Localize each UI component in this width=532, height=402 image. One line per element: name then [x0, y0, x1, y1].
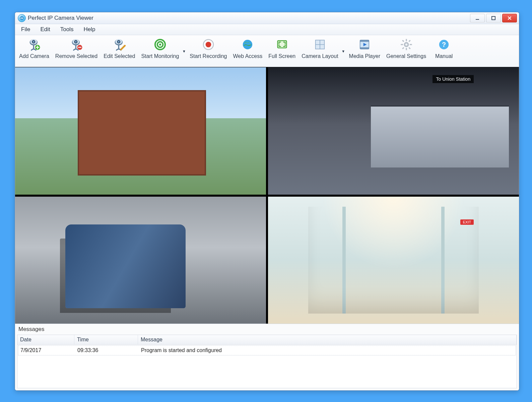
svg-rect-29 — [360, 40, 369, 42]
col-message[interactable]: Message — [138, 335, 517, 344]
svg-rect-30 — [360, 47, 369, 49]
svg-rect-15 — [78, 47, 81, 48]
svg-point-2 — [21, 18, 22, 19]
svg-point-13 — [75, 41, 77, 43]
grid-icon — [313, 38, 327, 53]
svg-rect-36 — [401, 44, 403, 45]
gear-icon — [400, 38, 413, 53]
toolbar-label: Full Screen — [268, 53, 295, 59]
toolbar-label: Camera Layout — [302, 53, 338, 59]
svg-rect-4 — [492, 16, 495, 20]
svg-rect-41 — [408, 47, 410, 49]
svg-point-24 — [206, 42, 211, 47]
col-date[interactable]: Date — [17, 335, 74, 344]
camera-grid — [15, 67, 519, 324]
svg-rect-40 — [402, 47, 404, 49]
general-settings-button[interactable]: General Settings — [384, 37, 429, 65]
svg-point-8 — [33, 41, 35, 43]
window-title: Perfect IP Camera Viewer — [28, 15, 93, 21]
webcam-remove-icon — [70, 38, 83, 53]
fullscreen-icon — [275, 38, 289, 53]
menubar: File Edit Tools Help — [15, 24, 519, 35]
toolbar-label: Media Player — [349, 53, 380, 59]
camera-layout-dropdown[interactable]: ▼ — [341, 37, 346, 65]
col-time[interactable]: Time — [74, 335, 138, 344]
toolbar: Add Camera Remove Selected — [15, 35, 519, 67]
add-camera-button[interactable]: Add Camera — [16, 37, 52, 65]
start-recording-button[interactable]: Start Recording — [187, 37, 229, 65]
cell-time: 09:33:36 — [75, 346, 139, 355]
globe-icon — [241, 38, 254, 53]
messages-table: Date Time Message 7/9/2017 09:33:36 Prog… — [17, 335, 517, 388]
edit-selected-button[interactable]: Edit Selected — [101, 37, 138, 65]
svg-rect-39 — [408, 40, 410, 42]
cell-message: Program is started and configured — [139, 346, 516, 355]
full-screen-button[interactable]: Full Screen — [266, 37, 298, 65]
svg-rect-3 — [476, 19, 479, 20]
menu-tools[interactable]: Tools — [57, 25, 77, 34]
help-icon: ? — [437, 38, 451, 53]
window-maximize-button[interactable] — [486, 14, 501, 22]
svg-point-25 — [243, 40, 252, 49]
window-minimize-button[interactable] — [470, 14, 485, 22]
app-icon — [18, 14, 26, 22]
toolbar-label: Start Recording — [190, 53, 227, 59]
chevron-down-icon: ▼ — [341, 49, 345, 53]
menu-file[interactable]: File — [18, 25, 34, 34]
svg-rect-38 — [402, 40, 404, 42]
camera-layout-button[interactable]: Camera Layout — [299, 37, 341, 65]
chevron-down-icon: ▼ — [182, 49, 186, 53]
svg-rect-34 — [406, 39, 407, 41]
toolbar-label: Web Access — [233, 53, 263, 59]
toolbar-label: Manual — [435, 53, 453, 59]
toolbar-label: Remove Selected — [55, 53, 97, 59]
cell-date: 7/9/2017 — [18, 346, 75, 355]
messages-header-row: Date Time Message — [17, 335, 517, 345]
svg-rect-37 — [410, 44, 412, 45]
webcam-edit-icon — [113, 38, 126, 53]
svg-rect-35 — [406, 48, 407, 50]
toolbar-label: Edit Selected — [104, 53, 135, 59]
camera-feed-4[interactable] — [268, 197, 519, 324]
media-player-button[interactable]: Media Player — [346, 37, 383, 65]
app-window: Perfect IP Camera Viewer File Edit Tools… — [15, 12, 519, 391]
svg-text:?: ? — [442, 41, 446, 48]
camera-feed-2[interactable] — [268, 67, 519, 195]
start-monitoring-dropdown[interactable]: ▼ — [182, 37, 186, 65]
target-icon — [153, 38, 167, 53]
toolbar-label: Start Monitoring — [141, 53, 179, 59]
camera-feed-1[interactable] — [15, 67, 266, 195]
messages-title: Messages — [17, 324, 517, 335]
menu-help[interactable]: Help — [80, 25, 98, 34]
messages-pane: Messages Date Time Message 7/9/2017 09:3… — [15, 324, 519, 390]
svg-point-19 — [118, 41, 120, 43]
svg-point-22 — [159, 44, 161, 46]
start-monitoring-button[interactable]: Start Monitoring — [138, 37, 182, 65]
media-player-icon — [358, 38, 371, 53]
record-icon — [202, 38, 215, 53]
messages-row[interactable]: 7/9/2017 09:33:36 Program is started and… — [18, 345, 516, 355]
manual-button[interactable]: ? Manual — [429, 37, 458, 65]
remove-selected-button[interactable]: Remove Selected — [53, 37, 100, 65]
toolbar-label: General Settings — [386, 53, 426, 59]
camera-feed-3[interactable] — [15, 197, 266, 324]
webcam-add-icon — [27, 38, 41, 53]
titlebar: Perfect IP Camera Viewer — [15, 12, 519, 24]
window-close-button[interactable] — [502, 14, 517, 22]
menu-edit[interactable]: Edit — [37, 25, 53, 34]
web-access-button[interactable]: Web Access — [230, 37, 265, 65]
svg-point-33 — [405, 43, 407, 46]
toolbar-label: Add Camera — [19, 53, 49, 59]
